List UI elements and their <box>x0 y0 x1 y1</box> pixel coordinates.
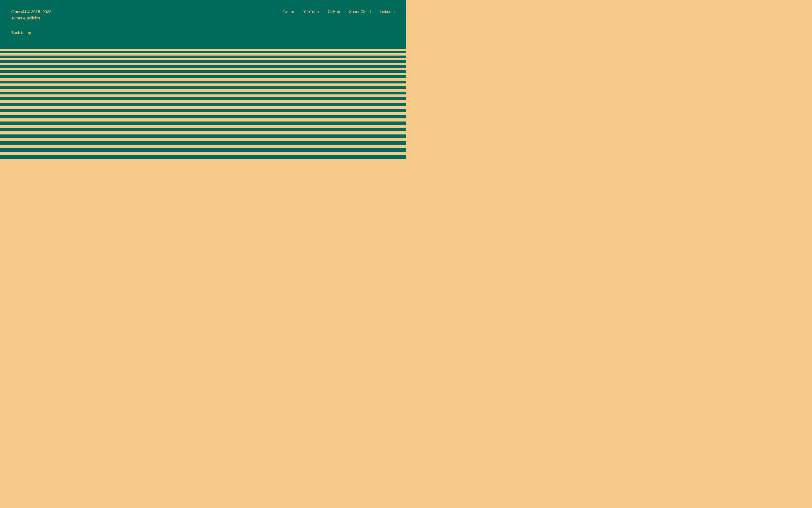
stripe-38 <box>0 155 406 159</box>
stripe-2 <box>0 51 406 53</box>
footer-nav-linkedin[interactable]: LinkedIn <box>380 9 395 14</box>
stripe-33 <box>0 138 406 141</box>
stripe-3 <box>0 53 406 55</box>
stripe-12 <box>0 75 406 78</box>
stripe-28 <box>0 122 406 125</box>
stripe-37 <box>0 152 406 155</box>
stripe-8 <box>0 65 406 68</box>
stripe-34 <box>0 141 406 144</box>
stripe-31 <box>0 131 406 135</box>
stripe-22 <box>0 103 406 106</box>
stripe-30 <box>0 128 406 131</box>
stripe-16 <box>0 86 406 89</box>
stripe-5 <box>0 58 406 60</box>
bottom-area <box>0 162 406 218</box>
stripe-20 <box>0 97 406 100</box>
stripe-9 <box>0 68 406 70</box>
footer-nav-github[interactable]: GitHub <box>328 9 340 14</box>
stripe-39 <box>0 159 406 162</box>
stripe-11 <box>0 73 406 75</box>
stripe-32 <box>0 134 406 138</box>
back-to-top-link[interactable]: Back to top ↑ <box>11 31 34 35</box>
stripe-section <box>0 46 406 218</box>
stripe-36 <box>0 148 406 152</box>
stripe-29 <box>0 125 406 128</box>
stripe-6 <box>0 60 406 63</box>
stripe-27 <box>0 118 406 122</box>
stripe-1 <box>0 49 406 51</box>
stripe-15 <box>0 83 406 86</box>
footer-left: OpenAI © 2015–2023 Terms & policies <box>11 9 51 20</box>
stripe-24 <box>0 109 406 112</box>
stripe-17 <box>0 89 406 92</box>
stripe-19 <box>0 94 406 97</box>
footer-top-row: OpenAI © 2015–2023 Terms & policies Twit… <box>11 9 395 20</box>
footer-nav: Twitter YouTube GitHub SoundCloud Linked… <box>283 9 395 14</box>
stripe-26 <box>0 115 406 118</box>
footer-brand: OpenAI © 2015–2023 <box>11 9 51 14</box>
stripe-23 <box>0 106 406 110</box>
footer-terms-link[interactable]: Terms & policies <box>11 16 51 20</box>
stripe-18 <box>0 92 406 94</box>
stripe-25 <box>0 112 406 115</box>
stripe-4 <box>0 55 406 58</box>
footer-nav-soundcloud[interactable]: SoundCloud <box>349 9 371 14</box>
stripe-14 <box>0 81 406 83</box>
stripe-35 <box>0 144 406 148</box>
stripe-21 <box>0 100 406 103</box>
stripe-13 <box>0 78 406 81</box>
stripe-7 <box>0 63 406 66</box>
stripe-0 <box>0 46 406 49</box>
footer-nav-twitter[interactable]: Twitter <box>283 9 294 14</box>
stripe-10 <box>0 70 406 73</box>
footer: OpenAI © 2015–2023 Terms & policies Twit… <box>0 0 406 46</box>
footer-nav-youtube[interactable]: YouTube <box>303 9 318 14</box>
